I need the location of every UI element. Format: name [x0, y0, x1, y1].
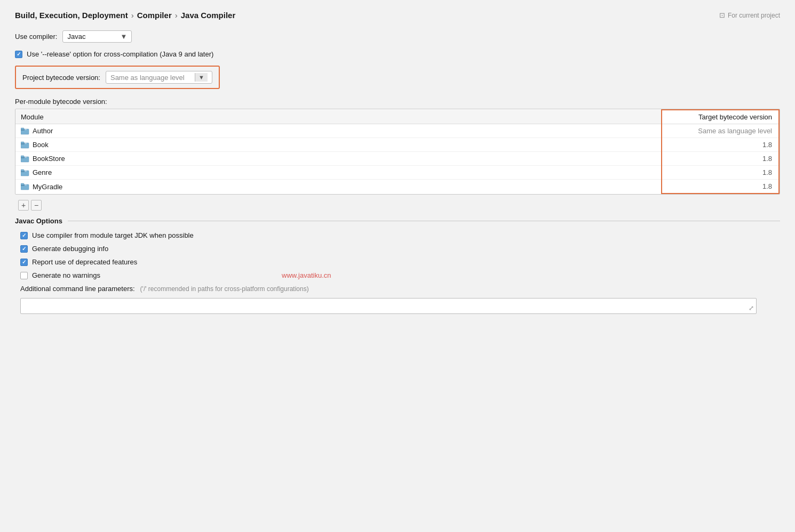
- version-cell: 1.8: [662, 166, 779, 180]
- version-cell: Same as language level: [662, 124, 779, 138]
- section-divider: [68, 221, 780, 221]
- breadcrumb-sep1: ›: [131, 11, 134, 20]
- svg-rect-6: [21, 142, 24, 143]
- breadcrumb: Build, Execution, Deployment › Compiler …: [15, 11, 780, 20]
- option-row-4: Generate no warnings www.javatiku.cn: [15, 271, 780, 279]
- folder-icon: [21, 127, 29, 135]
- cross-compilation-label: Use '--release' option for cross-compila…: [27, 50, 213, 58]
- svg-rect-11: [25, 157, 27, 158]
- svg-rect-18: [21, 183, 24, 185]
- module-name: MyGradle: [33, 183, 62, 191]
- cross-compilation-checkbox[interactable]: [15, 51, 22, 58]
- project-icon: ⊡: [719, 11, 725, 19]
- watermark: www.javatiku.cn: [282, 271, 331, 279]
- breadcrumb-part2: Compiler: [137, 11, 172, 20]
- module-name: Author: [33, 127, 53, 135]
- table-row[interactable]: BookStore 1.8: [15, 152, 779, 166]
- col-module: Module: [15, 110, 662, 124]
- option-row-3: Report use of deprecated features: [15, 258, 780, 266]
- project-bytecode-box: Project bytecode version: Same as langua…: [15, 66, 220, 89]
- module-table: Module Target bytecode version Author Sa…: [15, 109, 780, 194]
- folder-icon: [21, 155, 29, 163]
- version-cell: 1.8: [662, 138, 779, 152]
- compiler-dropdown-arrow: ▼: [121, 33, 128, 41]
- javac-options-header: Javac Options: [15, 217, 780, 225]
- table-row[interactable]: Book 1.8: [15, 138, 779, 152]
- col-target: Target bytecode version: [662, 110, 779, 124]
- same-lang-text: Same as language level: [698, 127, 772, 135]
- svg-rect-10: [21, 156, 24, 157]
- module-name-cell: Genre: [15, 166, 662, 180]
- option2-checkbox[interactable]: [20, 245, 28, 253]
- svg-rect-7: [25, 143, 27, 144]
- table-row[interactable]: Author Same as language level: [15, 124, 779, 138]
- module-name-cell: Author: [15, 124, 662, 138]
- for-project-label: ⊡ For current project: [719, 11, 780, 19]
- table-actions: + −: [15, 198, 780, 213]
- remove-module-button[interactable]: −: [31, 200, 42, 211]
- option4-label: Generate no warnings: [32, 271, 100, 279]
- javac-options-title: Javac Options: [15, 217, 62, 225]
- version-cell: 1.8: [662, 180, 779, 194]
- option4-checkbox[interactable]: [20, 272, 28, 279]
- expand-icon: ⤢: [749, 304, 754, 312]
- svg-rect-19: [25, 184, 27, 186]
- option1-label: Use compiler from module target JDK when…: [32, 231, 194, 239]
- svg-rect-2: [21, 128, 24, 130]
- table-row[interactable]: Genre 1.8: [15, 166, 779, 180]
- project-bytecode-label: Project bytecode version:: [22, 74, 100, 82]
- compiler-value: Javac: [67, 33, 85, 41]
- breadcrumb-part1: Build, Execution, Deployment: [15, 11, 128, 20]
- module-table-container: Module Target bytecode version Author Sa…: [15, 109, 780, 195]
- option3-label: Report use of deprecated features: [32, 258, 137, 266]
- breadcrumb-part3: Java Compiler: [181, 11, 236, 20]
- use-compiler-row: Use compiler: Javac ▼: [15, 30, 780, 43]
- option1-checkbox[interactable]: [20, 232, 28, 239]
- module-name-cell: Book: [15, 138, 662, 152]
- version-cell: 1.8: [662, 152, 779, 166]
- option-row-2: Generate debugging info: [15, 245, 780, 253]
- option3-checkbox[interactable]: [20, 259, 28, 266]
- module-name: Book: [33, 141, 49, 149]
- per-module-label: Per-module bytecode version:: [15, 98, 780, 106]
- module-name-cell: MyGradle: [15, 180, 662, 194]
- breadcrumb-sep2: ›: [175, 11, 178, 20]
- option-row-1: Use compiler from module target JDK when…: [15, 231, 780, 239]
- table-row[interactable]: MyGradle 1.8: [15, 180, 779, 194]
- bytecode-dropdown-value: Same as language level: [110, 74, 185, 82]
- add-module-button[interactable]: +: [18, 200, 29, 211]
- cmd-hint: ('/' recommended in paths for cross-plat…: [140, 285, 309, 293]
- cmd-line-row: Additional command line parameters: ('/'…: [15, 285, 780, 293]
- cross-compilation-row: Use '--release' option for cross-compila…: [15, 50, 780, 58]
- use-compiler-label: Use compiler:: [15, 33, 57, 41]
- svg-rect-3: [25, 129, 27, 130]
- cmd-input-field[interactable]: ⤢: [20, 298, 757, 314]
- module-name-cell: BookStore: [15, 152, 662, 166]
- module-name: Genre: [33, 168, 52, 176]
- svg-rect-14: [21, 170, 24, 171]
- option2-label: Generate debugging info: [32, 245, 108, 253]
- cmd-label: Additional command line parameters:: [20, 285, 135, 293]
- folder-icon: [21, 183, 29, 190]
- svg-rect-15: [25, 171, 27, 172]
- project-bytecode-dropdown[interactable]: Same as language level ▼: [106, 71, 212, 84]
- compiler-dropdown[interactable]: Javac ▼: [62, 30, 132, 43]
- module-name: BookStore: [33, 155, 65, 163]
- bytecode-dropdown-arrow[interactable]: ▼: [195, 73, 208, 82]
- folder-icon: [21, 169, 29, 176]
- folder-icon: [21, 141, 29, 149]
